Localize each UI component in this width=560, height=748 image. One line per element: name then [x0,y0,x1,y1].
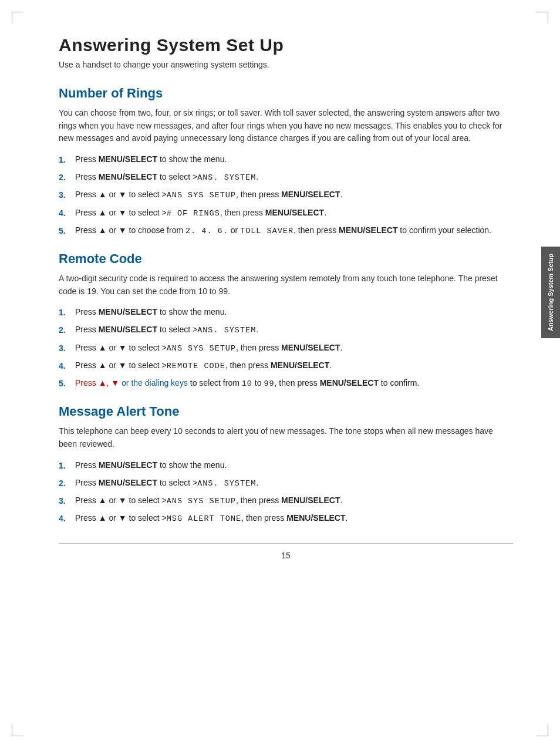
step-nor-5: 5. Press ▲ or ▼ to choose from 2. 4. 6. … [59,224,513,237]
page: Answering System Setup Answering System … [0,0,560,748]
page-title: Answering System Set Up [59,35,513,55]
section-desc-number-of-rings: You can choose from two, four, or six ri… [59,107,513,145]
step-rc-4: 4. Press ▲ or ▼ to select >REMOTE CODE, … [59,359,513,372]
section-desc-remote-code: A two-digit security code is required to… [59,272,513,298]
step-nor-3: 3. Press ▲ or ▼ to select >ANS SYS SETUP… [59,188,513,201]
step-mat-3: 3. Press ▲ or ▼ to select >ANS SYS SETUP… [59,494,513,507]
corner-mark-tl [12,12,23,23]
step-rc-1: 1. Press MENU/SELECT to show the menu. [59,306,513,319]
side-tab: Answering System Setup [541,247,560,338]
step-nor-4: 4. Press ▲ or ▼ to select ># OF RINGS, t… [59,207,513,220]
step-rc-5-blue: or the dialing keys [119,378,188,388]
step-rc-2: 2. Press MENU/SELECT to select >ANS. SYS… [59,324,513,336]
step-nor-2: 2. Press MENU/SELECT to select >ANS. SYS… [59,171,513,184]
page-subtitle: Use a handset to change your answering s… [59,60,513,69]
steps-message-alert-tone: 1. Press MENU/SELECT to show the menu. 2… [59,459,513,525]
step-mat-4: 4. Press ▲ or ▼ to select >MSG ALERT TON… [59,512,513,525]
page-number: 15 [59,551,513,560]
corner-mark-br [537,725,548,736]
step-rc-5-red: Press ▲, ▼ [75,378,119,388]
section-header-message-alert-tone: Message Alert Tone [59,404,513,419]
steps-number-of-rings: 1. Press MENU/SELECT to show the menu. 2… [59,153,513,237]
bottom-divider [59,543,513,544]
step-mat-2: 2. Press MENU/SELECT to select >ANS. SYS… [59,477,513,490]
step-rc-5: 5. Press ▲, ▼ or the dialing keys to sel… [59,377,513,390]
steps-remote-code: 1. Press MENU/SELECT to show the menu. 2… [59,306,513,390]
step-rc-3: 3. Press ▲ or ▼ to select >ANS SYS SETUP… [59,342,513,355]
section-header-remote-code: Remote Code [59,251,513,267]
section-desc-message-alert-tone: This telephone can beep every 10 seconds… [59,425,513,450]
corner-mark-tr [537,12,548,23]
step-mat-1: 1. Press MENU/SELECT to show the menu. [59,459,513,472]
section-header-number-of-rings: Number of Rings [59,86,513,101]
corner-mark-bl [12,725,23,736]
step-nor-1: 1. Press MENU/SELECT to show the menu. [59,153,513,166]
